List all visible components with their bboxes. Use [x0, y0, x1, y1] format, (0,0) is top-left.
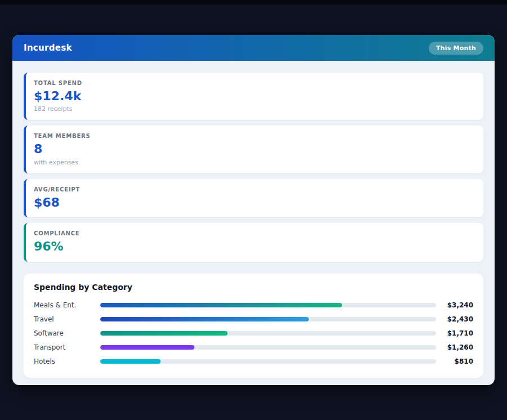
category-label: Software: [34, 329, 100, 337]
bar-track: [100, 331, 436, 336]
main-content: TOTAL SPEND $12.4k 182 receipts TEAM MEM…: [12, 61, 495, 378]
category-label: Meals & Ent.: [34, 301, 100, 309]
month-filter-badge[interactable]: This Month: [429, 42, 483, 55]
app-title: Incurdesk: [24, 43, 72, 53]
category-row-travel: Travel $2,430: [34, 312, 473, 327]
category-label: Travel: [34, 315, 100, 323]
app-header: Incurdesk This Month: [12, 35, 495, 61]
category-row-hotels: Hotels $810: [34, 355, 473, 369]
category-label: Hotels: [34, 358, 100, 365]
category-value: $3,240: [436, 301, 473, 309]
stat-caption: with expenses: [34, 159, 474, 166]
category-row-meals: Meals & Ent. $3,240: [34, 298, 473, 312]
bar-fill: [100, 331, 228, 336]
category-value: $1,710: [436, 329, 473, 337]
stat-value: 96%: [34, 239, 474, 254]
category-label: Transport: [34, 343, 100, 351]
stat-card-total-spend: TOTAL SPEND $12.4k 182 receipts: [24, 73, 483, 120]
bar-track: [100, 317, 436, 321]
stat-value: $68: [34, 195, 474, 210]
stat-value: 8: [34, 142, 474, 157]
spending-card-title: Spending by Category: [34, 283, 473, 292]
bar-fill: [100, 317, 309, 321]
category-row-software: Software $1,710: [34, 327, 473, 341]
bar-track: [100, 303, 436, 307]
stat-card-avg-receipt: AVG/RECEIPT $68: [24, 179, 483, 217]
category-row-transport: Transport $1,260: [34, 341, 473, 355]
spending-by-category-card: Spending by Category Meals & Ent. $3,240…: [24, 274, 483, 378]
bar-fill: [100, 359, 161, 364]
bar-fill: [100, 303, 342, 307]
stat-label: AVG/RECEIPT: [34, 186, 474, 193]
stat-label: TEAM MEMBERS: [34, 133, 474, 139]
stat-card-team-members: TEAM MEMBERS 8 with expenses: [24, 126, 483, 173]
category-value: $2,430: [436, 315, 473, 323]
bar-track: [100, 345, 436, 350]
category-value: $810: [436, 358, 473, 365]
stat-card-compliance: COMPLIANCE 96%: [24, 223, 483, 261]
app-window: Incurdesk This Month TOTAL SPEND $12.4k …: [12, 35, 495, 385]
bar-fill: [100, 345, 194, 350]
stat-caption: 182 receipts: [34, 105, 474, 113]
stat-value: $12.4k: [34, 89, 474, 104]
category-value: $1,260: [436, 343, 473, 351]
bar-track: [100, 359, 436, 364]
stat-label: COMPLIANCE: [34, 230, 474, 236]
stat-label: TOTAL SPEND: [34, 80, 474, 86]
top-strip: [0, 0, 507, 5]
